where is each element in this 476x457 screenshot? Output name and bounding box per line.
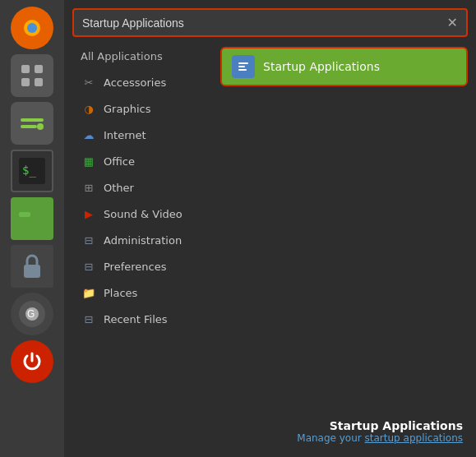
sidebar-icon-power[interactable] [11, 340, 53, 383]
svg-rect-4 [35, 65, 43, 73]
svg-rect-13 [19, 212, 30, 217]
category-list: All Applications ✂ Accessories ◑ Graphic… [72, 47, 212, 449]
search-input[interactable] [82, 16, 442, 30]
preferences-icon: ⊟ [81, 258, 97, 275]
svg-point-2 [27, 23, 37, 33]
svg-rect-14 [24, 265, 40, 278]
svg-rect-22 [238, 69, 247, 71]
places-icon: 📁 [81, 284, 97, 301]
svg-text:$_: $_ [22, 164, 36, 178]
category-item-sound-video[interactable]: ▶ Sound & Video [72, 201, 212, 227]
category-item-recent-files[interactable]: ⊟ Recent Files [72, 306, 212, 332]
office-icon: ▦ [81, 153, 97, 169]
svg-text:G: G [27, 308, 35, 320]
detail-app-name: Startup Applications [297, 419, 463, 432]
sidebar: $_ G [0, 0, 64, 457]
category-all[interactable]: All Applications [72, 47, 212, 69]
svg-rect-3 [21, 65, 30, 73]
internet-icon: ☁ [81, 127, 97, 143]
svg-point-9 [37, 123, 44, 130]
main-panel: ✕ All Applications ✂ Accessories ◑ Graph… [64, 0, 476, 457]
content-area: All Applications ✂ Accessories ◑ Graphic… [72, 47, 468, 449]
other-icon: ⊞ [81, 179, 97, 196]
sidebar-icon-grid[interactable] [11, 54, 53, 97]
category-item-other[interactable]: ⊞ Other [72, 174, 212, 201]
app-item-label: Startup Applications [263, 60, 380, 73]
accessories-icon: ✂ [81, 74, 97, 90]
svg-rect-21 [238, 66, 245, 67]
administration-icon: ⊟ [81, 232, 97, 248]
recent-files-icon: ⊟ [81, 311, 97, 327]
sidebar-icon-synaptic[interactable] [11, 102, 53, 145]
category-item-places[interactable]: 📁 Places [72, 279, 212, 306]
bottom-info: Startup Applications Manage your startup… [297, 419, 463, 444]
category-item-internet[interactable]: ☁ Internet [72, 122, 212, 148]
category-item-preferences[interactable]: ⊟ Preferences [72, 253, 212, 279]
sidebar-icon-lock[interactable] [11, 245, 53, 288]
search-bar: ✕ [72, 8, 468, 37]
sidebar-icon-folder[interactable] [11, 197, 53, 240]
sidebar-icon-terminal[interactable]: $_ [11, 150, 53, 192]
search-close-button[interactable]: ✕ [447, 15, 458, 30]
svg-rect-5 [21, 78, 30, 86]
sidebar-icon-chrome[interactable]: G [11, 293, 53, 335]
graphics-icon: ◑ [81, 100, 97, 117]
category-item-administration[interactable]: ⊟ Administration [72, 227, 212, 253]
detail-app-link[interactable]: startup applications [365, 432, 463, 444]
app-item-startup-applications[interactable]: Startup Applications [220, 47, 468, 86]
category-item-graphics[interactable]: ◑ Graphics [72, 95, 212, 122]
category-item-accessories[interactable]: ✂ Accessories [72, 69, 212, 95]
sidebar-icon-firefox[interactable] [11, 7, 53, 49]
category-item-office[interactable]: ▦ Office [72, 148, 212, 174]
svg-rect-20 [238, 62, 248, 64]
startup-applications-icon [232, 55, 255, 78]
detail-app-description: Manage your startup applications [297, 432, 463, 444]
svg-rect-8 [21, 125, 37, 128]
svg-rect-6 [35, 78, 43, 86]
svg-rect-7 [21, 118, 44, 122]
sound-video-icon: ▶ [81, 205, 97, 222]
app-results: Startup Applications [212, 47, 468, 449]
